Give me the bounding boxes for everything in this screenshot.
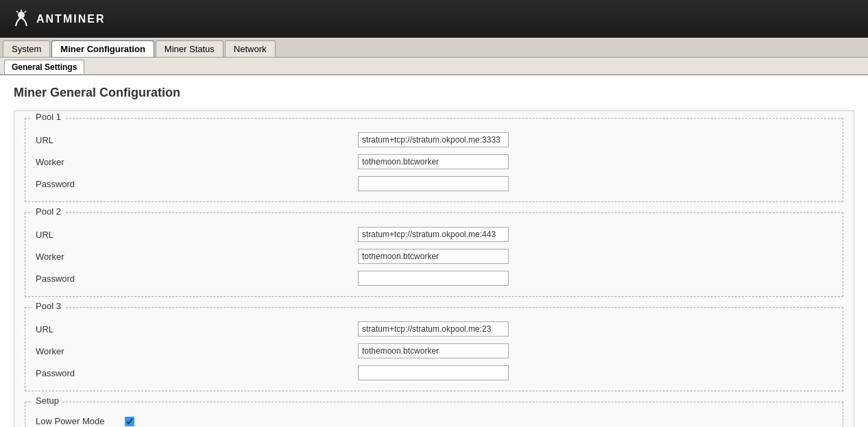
pool-3-worker-label: Worker: [36, 346, 97, 356]
pool-3-password-input[interactable]: [358, 365, 509, 380]
pool-1-password-row: Password: [36, 176, 832, 191]
pool-2-legend: Pool 2: [32, 206, 64, 217]
nav-bar: System Miner Configuration Miner Status …: [0, 38, 868, 58]
pool-3-worker-row: Worker: [36, 343, 832, 358]
setup-legend: Setup: [32, 395, 62, 406]
tab-miner-status[interactable]: Miner Status: [156, 40, 224, 57]
pool-1-url-input[interactable]: [358, 132, 509, 147]
sub-tab-bar: General Settings: [0, 58, 868, 75]
pool-1-url-row: URL: [36, 132, 832, 147]
pool-1-url-label: URL: [36, 135, 97, 145]
pool-2-password-row: Password: [36, 271, 832, 286]
pool-3-url-input[interactable]: [358, 321, 509, 337]
tab-miner-config[interactable]: Miner Configuration: [51, 40, 154, 57]
pool-1-group: Pool 1 URL Worker Password: [25, 118, 843, 202]
pool-2-url-input[interactable]: [358, 227, 509, 242]
pool-2-worker-row: Worker: [36, 249, 832, 264]
low-power-mode-label: Low Power Mode: [36, 416, 125, 426]
tab-network[interactable]: Network: [225, 40, 276, 57]
antminer-logo-icon: [10, 8, 32, 30]
pool-1-legend: Pool 1: [32, 112, 64, 122]
logo-text: ANTMINER: [36, 13, 105, 25]
pool-3-password-label: Password: [36, 368, 97, 378]
pool-2-password-label: Password: [36, 273, 97, 284]
pool-2-worker-input[interactable]: [358, 249, 509, 264]
page-title: Miner General Configuration: [14, 86, 854, 100]
svg-line-2: [16, 11, 19, 13]
main-content: Miner General Configuration Pool 1 URL W…: [0, 75, 868, 427]
svg-line-3: [25, 11, 27, 13]
pool-2-url-row: URL: [36, 227, 832, 242]
sub-tab-general-settings[interactable]: General Settings: [4, 60, 84, 74]
header: ANTMINER: [0, 0, 868, 38]
pool-3-password-row: Password: [36, 365, 832, 380]
config-container: Pool 1 URL Worker Password Pool 2 URL W: [14, 110, 854, 427]
tab-system[interactable]: System: [3, 40, 50, 57]
pool-2-password-input[interactable]: [358, 271, 509, 286]
pool-3-url-label: URL: [36, 324, 97, 334]
pool-1-worker-input[interactable]: [358, 154, 509, 169]
pool-1-password-input[interactable]: [358, 176, 509, 191]
pool-2-worker-label: Worker: [36, 252, 97, 262]
pool-2-url-label: URL: [36, 230, 97, 240]
setup-group: Setup Low Power Mode: [25, 402, 843, 427]
pool-1-worker-label: Worker: [36, 157, 97, 167]
low-power-mode-row: Low Power Mode: [36, 416, 832, 426]
pool-3-url-row: URL: [36, 321, 832, 337]
pool-1-password-label: Password: [36, 179, 97, 189]
pool-1-worker-row: Worker: [36, 154, 832, 169]
pool-3-group: Pool 3 URL Worker Password: [25, 307, 843, 391]
low-power-mode-checkbox[interactable]: [125, 417, 134, 426]
pool-2-group: Pool 2 URL Worker Password: [25, 212, 843, 297]
logo-area: ANTMINER: [10, 8, 105, 30]
pool-3-legend: Pool 3: [32, 301, 64, 311]
pool-3-worker-input[interactable]: [358, 343, 509, 358]
